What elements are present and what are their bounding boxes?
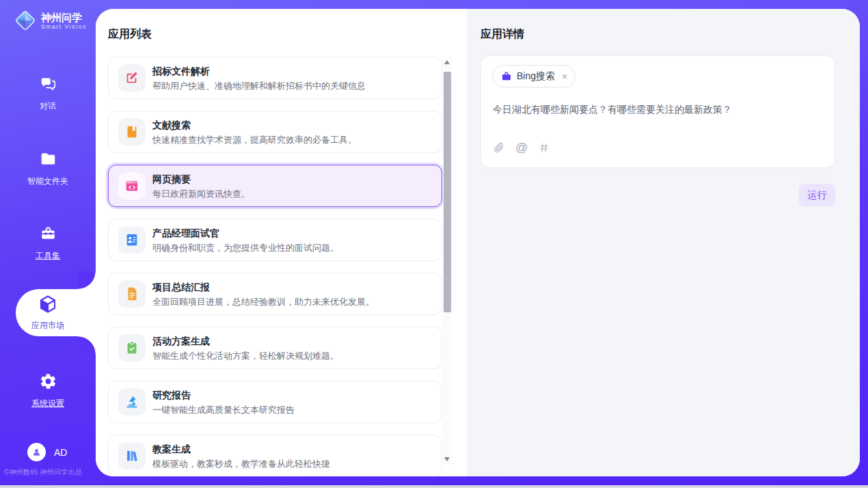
sidebar-item-app-market[interactable]: 应用市场 (0, 294, 96, 331)
scroll-up-arrow-icon[interactable] (444, 60, 450, 64)
sidebar-item-label: 对话 (0, 100, 96, 112)
app-list-item-literature-search[interactable]: 文献搜索 快速精准查找学术资源，提高研究效率的必备工具。 (108, 111, 442, 153)
pencil-edit-icon (118, 64, 146, 92)
app-item-text: 产品经理面试官 明确身份和职责，为您提供专业性的面试问题。 (152, 228, 339, 253)
app-item-name: 招标文件解析 (152, 66, 366, 77)
sidebar-item-label: 应用市场 (0, 320, 96, 331)
app-item-name: 网页摘要 (152, 174, 250, 185)
app-item-text: 项目总结汇报 全面回顾项目进展，总结经验教训，助力未来优化发展。 (152, 282, 375, 307)
app-item-name: 文献搜索 (152, 120, 357, 131)
tool-chip-bing-search[interactable]: Bing搜索 × (492, 65, 575, 87)
avatar (27, 443, 46, 461)
chip-close-icon[interactable]: × (562, 71, 567, 82)
app-item-text: 教案生成 模板驱动，教案秒成，教学准备从此轻松快捷 (152, 444, 330, 469)
brand-subtitle: Smart Vision (41, 23, 87, 30)
app-item-desc: 智能生成个性化活动方案，轻松解决规划难题。 (152, 351, 339, 361)
app-list-item-lesson-plan[interactable]: 教案生成 模板驱动，教案秒成，教学准备从此轻松快捷 (108, 435, 442, 476)
scrollbar-thumb[interactable] (444, 72, 451, 312)
books-icon (118, 442, 146, 470)
tool-chip-label: Bing搜索 (517, 70, 555, 83)
query-text[interactable]: 今日湖北有哪些新闻要点？有哪些需要关注的最新政策？ (493, 104, 821, 116)
app-item-name: 研究报告 (152, 390, 295, 401)
paperclip-icon[interactable] (493, 141, 504, 154)
brand-diamond-icon (14, 9, 37, 32)
interviewer-icon (118, 226, 146, 254)
scroll-down-arrow-icon[interactable] (444, 457, 450, 461)
browser-code-icon (118, 172, 146, 200)
chat-icon (39, 75, 57, 93)
app-list-item-project-summary[interactable]: 项目总结汇报 全面回顾项目进展，总结经验教训，助力未来优化发展。 (108, 273, 442, 315)
app-list-item-pm-interviewer[interactable]: 产品经理面试官 明确身份和职责，为您提供专业性的面试问题。 (108, 219, 442, 261)
app-item-text: 活动方案生成 智能生成个性化活动方案，轻松解决规划难题。 (152, 336, 339, 361)
app-item-name: 产品经理面试官 (152, 228, 339, 239)
brand-text: 神州问学 Smart Vision (41, 12, 87, 30)
brand-name: 神州问学 (41, 12, 87, 23)
at-icon[interactable]: @ (515, 141, 528, 154)
report-doc-icon (118, 280, 146, 308)
app-window: 神州问学 Smart Vision 对话 智能文件夹 (0, 0, 868, 488)
app-item-text: 研究报告 一键智能生成高质量长文本研究报告 (152, 390, 295, 415)
app-list-item-web-summary[interactable]: 网页摘要 每日政府新闻资讯快查。 (108, 165, 442, 207)
sidebar-item-smart-folders[interactable]: 智能文件夹 (0, 150, 96, 187)
bubble-fillet-bottom (78, 336, 96, 354)
query-card: Bing搜索 × 今日湖北有哪些新闻要点？有哪些需要关注的最新政策？ @ (480, 55, 835, 168)
user-initials: AD (54, 447, 67, 458)
microscope-icon (118, 388, 146, 416)
brand-logo: 神州问学 Smart Vision (14, 9, 87, 32)
app-list-scrollbar[interactable] (443, 57, 452, 465)
app-list-item-research-report[interactable]: 研究报告 一键智能生成高质量长文本研究报告 (108, 381, 442, 423)
sidebar-item-toolset[interactable]: 工具集 (0, 225, 96, 262)
briefcase-icon (501, 71, 512, 82)
app-list-panel: 应用列表 招标文件解析 帮助用户快速、准确地理解和解析招标书中的关键信息 (96, 9, 467, 476)
copyright-text: ©神州数码·神州问学出品 (4, 467, 96, 477)
app-item-desc: 每日政府新闻资讯快查。 (152, 189, 250, 199)
app-item-text: 文献搜索 快速精准查找学术资源，提高研究效率的必备工具。 (152, 120, 357, 145)
cube-icon (38, 294, 58, 314)
app-item-name: 活动方案生成 (152, 336, 339, 347)
app-list-item-bid-parse[interactable]: 招标文件解析 帮助用户快速、准确地理解和解析招标书中的关键信息 (108, 57, 442, 99)
app-item-name: 教案生成 (152, 444, 330, 455)
app-list-title: 应用列表 (108, 27, 152, 42)
clipboard-check-icon (118, 334, 146, 362)
app-detail-title: 应用详情 (480, 27, 524, 42)
app-item-text: 网页摘要 每日政府新闻资讯快查。 (152, 174, 250, 199)
user-profile[interactable]: AD (27, 443, 67, 461)
attachment-toolbar: @ (493, 141, 550, 154)
sidebar-item-settings[interactable]: 系统设置 (0, 372, 96, 409)
bottom-strip (0, 485, 868, 488)
sidebar: 神州问学 Smart Vision 对话 智能文件夹 (0, 0, 96, 488)
bubble-fillet-top (78, 271, 96, 289)
app-list-item-event-plan[interactable]: 活动方案生成 智能生成个性化活动方案，轻松解决规划难题。 (108, 327, 442, 369)
app-detail-panel: 应用详情 Bing搜索 × 今日湖北有哪些新闻要点？有哪些需要关注的最新政策？ (467, 9, 860, 476)
folder-icon (39, 150, 57, 168)
sidebar-item-label: 智能文件夹 (0, 176, 96, 187)
app-item-desc: 一键智能生成高质量长文本研究报告 (152, 405, 295, 415)
app-item-desc: 全面回顾项目进展，总结经验教训，助力未来优化发展。 (152, 297, 375, 307)
app-item-text: 招标文件解析 帮助用户快速、准确地理解和解析招标书中的关键信息 (152, 66, 366, 91)
toolbox-icon (39, 225, 57, 243)
main-content-card: 应用列表 招标文件解析 帮助用户快速、准确地理解和解析招标书中的关键信息 (96, 9, 860, 476)
run-button[interactable]: 运行 (799, 184, 835, 206)
app-item-desc: 明确身份和职责，为您提供专业性的面试问题。 (152, 243, 339, 253)
app-item-desc: 模板驱动，教案秒成，教学准备从此轻松快捷 (152, 459, 330, 469)
hash-icon[interactable] (539, 142, 550, 153)
app-list: 招标文件解析 帮助用户快速、准确地理解和解析招标书中的关键信息 文献搜索 快速精… (108, 57, 442, 476)
sidebar-item-chat[interactable]: 对话 (0, 75, 96, 112)
app-item-desc: 快速精准查找学术资源，提高研究效率的必备工具。 (152, 135, 357, 145)
app-item-desc: 帮助用户快速、准确地理解和解析招标书中的关键信息 (152, 81, 366, 91)
sidebar-item-label: 系统设置 (0, 398, 96, 409)
app-item-name: 项目总结汇报 (152, 282, 375, 293)
gear-icon (39, 372, 57, 390)
sidebar-item-label: 工具集 (0, 250, 96, 262)
book-icon (118, 118, 146, 146)
